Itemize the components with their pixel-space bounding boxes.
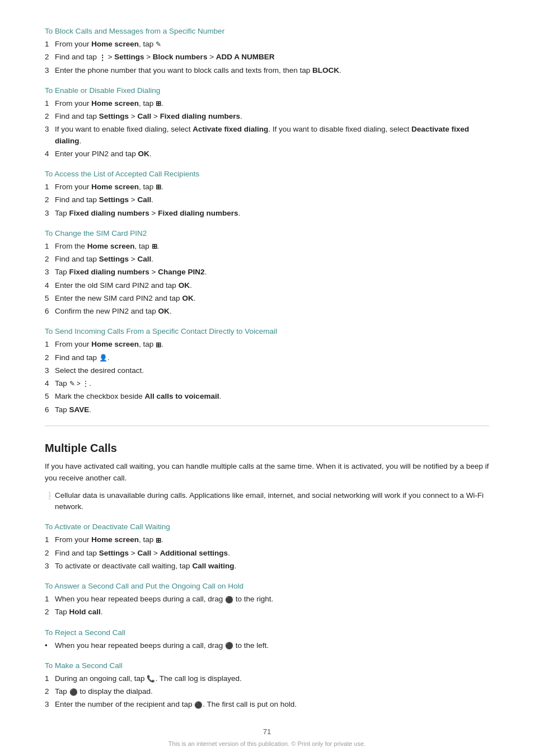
list-item: 3To activate or deactivate call waiting,… <box>45 561 489 572</box>
list-num: 1 <box>45 98 55 109</box>
list-item: 2Tap ⚫ to display the dialpad. <box>45 686 489 697</box>
list-text: Tap SAVE. <box>55 404 91 416</box>
list-num: 2 <box>45 606 55 618</box>
list-item: 3Tap Fixed dialing numbers > Change PIN2… <box>45 267 489 278</box>
list-num: 2 <box>45 254 55 265</box>
list-text: Enter the number of the recipient and ta… <box>55 699 297 710</box>
list-num: 1 <box>45 181 55 193</box>
icon-inline: 👤 <box>99 353 107 363</box>
list-item: 6Tap SAVE. <box>45 404 489 416</box>
ordered-list-block-calls: 1From your Home screen, tap ✎2Find and t… <box>45 39 489 76</box>
section-block-calls: To Block Calls and Messages from a Speci… <box>45 27 489 76</box>
section-title-change-sim-pin2: To Change the SIM Card PIN2 <box>45 229 489 237</box>
list-num: 2 <box>45 111 55 122</box>
list-text: When you hear repeated beeps during a ca… <box>55 594 273 605</box>
list-num: 2 <box>45 52 55 63</box>
section-activate-call-waiting: To Activate or Deactivate Call Waiting1F… <box>45 522 489 572</box>
list-text: Find and tap 👤. <box>55 352 110 363</box>
list-text: Tap Fixed dialing numbers > Change PIN2. <box>55 267 207 278</box>
icon-inline: ⊞ <box>156 99 161 109</box>
list-item: 6Confirm the new PIN2 and tap OK. <box>45 306 489 317</box>
list-num: 1 <box>45 39 55 50</box>
list-item: 3Tap Fixed dialing numbers > Fixed diali… <box>45 208 489 219</box>
bullet-char: • <box>45 640 55 651</box>
list-item: 1From your Home screen, tap ⊞. <box>45 98 489 109</box>
section-divider <box>45 426 489 426</box>
list-text: From your Home screen, tap ⊞. <box>55 181 163 193</box>
list-num: 5 <box>45 293 55 304</box>
icon-inline: ⋮ <box>99 53 106 63</box>
list-num: 6 <box>45 404 55 416</box>
list-item: 2Find and tap 👤. <box>45 352 489 363</box>
list-text: Find and tap Settings > Call. <box>55 254 153 265</box>
section-title-answer-second-call: To Answer a Second Call and Put the Ongo… <box>45 582 489 590</box>
list-text: From your Home screen, tap ✎ <box>55 39 161 50</box>
list-item: 3Select the desired contact. <box>45 365 489 376</box>
multiple-calls-header: Multiple Calls <box>45 442 489 455</box>
list-text: Find and tap Settings > Call > Fixed dia… <box>55 111 242 122</box>
list-text: To activate or deactivate call waiting, … <box>55 561 236 572</box>
list-text: From your Home screen, tap ⊞. <box>55 534 163 545</box>
list-num: 4 <box>45 280 55 291</box>
list-text: Tap Hold call. <box>55 606 103 618</box>
section-reject-second-call: To Reject a Second Call•When you hear re… <box>45 628 489 651</box>
list-text: Enter the new SIM card PIN2 and tap OK. <box>55 293 195 304</box>
icon-inline: ⊞ <box>156 340 161 350</box>
list-num: 3 <box>45 561 55 572</box>
ordered-list-make-second-call: 1During an ongoing call, tap 📞. The call… <box>45 673 489 711</box>
list-text: Tap ✎ > ⋮. <box>55 378 91 389</box>
warning-block: ❕Cellular data is unavailable during cal… <box>45 490 489 513</box>
list-text: Find and tap Settings > Call > Additiona… <box>55 548 230 559</box>
list-item: 1From the Home screen, tap ⊞. <box>45 241 489 252</box>
section-access-accepted-call-recipients: To Access the List of Accepted Call Reci… <box>45 170 489 219</box>
list-item: 1From your Home screen, tap ⊞. <box>45 534 489 545</box>
list-item: 2Find and tap Settings > Call > Fixed di… <box>45 111 489 122</box>
list-item: 1From your Home screen, tap ✎ <box>45 39 489 50</box>
page-content: To Block Calls and Messages from a Speci… <box>45 27 489 747</box>
list-text: From your Home screen, tap ⊞. <box>55 98 163 109</box>
list-num: 1 <box>45 534 55 545</box>
list-num: 5 <box>45 391 55 402</box>
ordered-list-enable-disable-fixed-dialing: 1From your Home screen, tap ⊞.2Find and … <box>45 98 489 160</box>
multiple-calls-section: Multiple CallsIf you have activated call… <box>45 426 489 711</box>
page-number: 71 <box>45 727 489 736</box>
section-answer-second-call: To Answer a Second Call and Put the Ongo… <box>45 582 489 618</box>
icon-inline: ⚫ <box>225 595 233 605</box>
list-item: 5Mark the checkbox beside All calls to v… <box>45 391 489 402</box>
list-item: 2Find and tap Settings > Call > Addition… <box>45 548 489 559</box>
footer-text: This is an internet version of this publ… <box>45 740 489 747</box>
multiple-calls-intro: If you have activated call waiting, you … <box>45 460 489 484</box>
icon-inline: 📞 <box>147 674 155 684</box>
list-item: 1From your Home screen, tap ⊞. <box>45 181 489 193</box>
icon-inline: ⊞ <box>156 182 161 192</box>
list-num: 3 <box>45 124 55 147</box>
unordered-list-reject-second-call: •When you hear repeated beeps during a c… <box>45 640 489 651</box>
list-item: 3Enter the number of the recipient and t… <box>45 699 489 710</box>
list-text: When you hear repeated beeps during a ca… <box>55 640 269 651</box>
list-item: 3If you want to enable fixed dialing, se… <box>45 124 489 147</box>
list-num: 2 <box>45 194 55 206</box>
list-num: 1 <box>45 339 55 350</box>
list-text: Mark the checkbox beside All calls to vo… <box>55 391 221 402</box>
icon-inline: ⊞ <box>156 535 161 545</box>
list-text: Enter the old SIM card PIN2 and tap OK. <box>55 280 192 291</box>
list-item: •When you hear repeated beeps during a c… <box>45 640 489 651</box>
list-text: During an ongoing call, tap 📞. The call … <box>55 673 242 684</box>
list-item: 2Find and tap Settings > Call. <box>45 254 489 265</box>
section-send-to-voicemail: To Send Incoming Calls From a Specific C… <box>45 327 489 416</box>
list-item: 4Enter your PIN2 and tap OK. <box>45 148 489 160</box>
ordered-list-change-sim-pin2: 1From the Home screen, tap ⊞.2Find and t… <box>45 241 489 318</box>
list-num: 3 <box>45 267 55 278</box>
list-item: 2Tap Hold call. <box>45 606 489 618</box>
section-title-enable-disable-fixed-dialing: To Enable or Disable Fixed Dialing <box>45 86 489 95</box>
list-text: Select the desired contact. <box>55 365 144 376</box>
icon-inline: ⚫ <box>69 687 78 697</box>
list-item: 2Find and tap Settings > Call. <box>45 194 489 206</box>
list-text: From your Home screen, tap ⊞. <box>55 339 163 350</box>
section-title-reject-second-call: To Reject a Second Call <box>45 628 489 637</box>
icon-inline: ✎ <box>156 39 161 49</box>
icon-inline: ⊞ <box>152 241 157 251</box>
section-title-make-second-call: To Make a Second Call <box>45 661 489 670</box>
list-num: 6 <box>45 306 55 317</box>
top-sections: To Block Calls and Messages from a Speci… <box>45 27 489 416</box>
